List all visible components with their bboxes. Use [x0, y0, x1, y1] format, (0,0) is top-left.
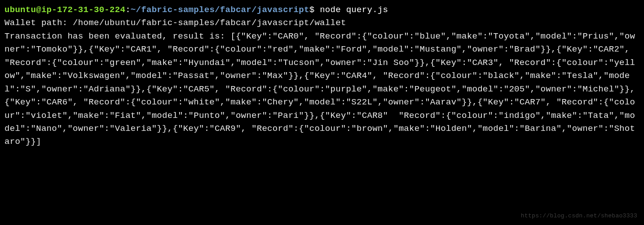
command-text: node query.js [314, 5, 388, 15]
output-transaction-result: Transaction has been evaluated, result i… [4, 31, 635, 147]
prompt-user-host: ubuntu@ip-172-31-30-224 [4, 5, 125, 15]
prompt-path: ~/fabric-samples/fabcar/javascript [131, 5, 309, 15]
watermark-text: https://blog.csdn.net/shebao3333 [521, 212, 637, 221]
prompt-dollar: $ [309, 5, 315, 15]
output-wallet-path: Wallet path: /home/ubuntu/fabric-samples… [4, 18, 346, 28]
terminal-output[interactable]: ubuntu@ip-172-31-30-224:~/fabric-samples… [4, 4, 640, 149]
prompt-colon: : [125, 5, 131, 15]
